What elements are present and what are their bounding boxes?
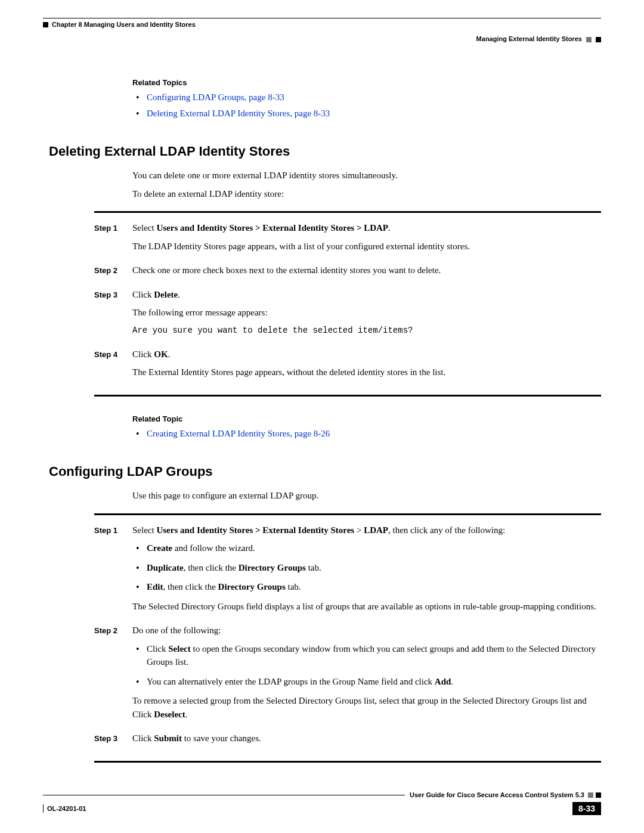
step-body: Select Users and Identity Stores > Exter… bbox=[132, 221, 601, 258]
bullet-item: You can alternatively enter the LDAP gro… bbox=[147, 675, 601, 689]
step-row: Step 1 Select Users and Identity Stores … bbox=[94, 524, 601, 618]
steps-section-1: Step 1Select Users and Identity Stores >… bbox=[94, 211, 601, 397]
step-text: Check one or more check boxes next to th… bbox=[132, 264, 601, 277]
steps-rule-top bbox=[94, 513, 601, 515]
step-text: Click OK. bbox=[132, 348, 601, 361]
step-row: Step 3 Click Submit to save your changes… bbox=[94, 732, 601, 750]
section-2-intro: Use this page to configure an external L… bbox=[132, 489, 601, 503]
para: You can delete one or more external LDAP… bbox=[132, 169, 601, 182]
steps-rule-top bbox=[94, 211, 601, 213]
step-text: Click Delete. bbox=[132, 288, 601, 302]
heading-configuring-ldap-groups: Configuring LDAP Groups bbox=[49, 464, 601, 479]
bullet-item: Edit, then click the Directory Groups ta… bbox=[147, 580, 601, 594]
step-body: Click OK.The External Identity Stores pa… bbox=[132, 348, 601, 384]
related-topics-1: Related Topics Configuring LDAP Groups, … bbox=[132, 78, 601, 120]
page-footer: User Guide for Cisco Secure Access Contr… bbox=[43, 791, 601, 815]
running-header: Chapter 8 Managing Users and Identity St… bbox=[43, 21, 601, 28]
guide-title: User Guide for Cisco Secure Access Contr… bbox=[410, 791, 584, 798]
footer-square-mid bbox=[588, 792, 593, 798]
header-rule bbox=[43, 18, 601, 18]
footer-square-dark bbox=[596, 792, 601, 798]
step-text: Click Submit to save your changes. bbox=[132, 732, 601, 745]
bullet-item: Create and follow the wizard. bbox=[147, 541, 601, 555]
related-link-item: Deleting External LDAP Identity Stores, … bbox=[147, 107, 601, 120]
bullet-item: Duplicate, then click the Directory Grou… bbox=[147, 561, 601, 575]
related-topic-heading: Related Topic bbox=[132, 414, 601, 423]
step-text: Select Users and Identity Stores > Exter… bbox=[132, 221, 601, 235]
step-body: Check one or more check boxes next to th… bbox=[132, 264, 601, 282]
step-body: Click Delete.The following error message… bbox=[132, 288, 601, 342]
step-text: Are you sure you want to delete the sele… bbox=[132, 324, 601, 337]
step-row: Step 4Click OK.The External Identity Sto… bbox=[94, 348, 601, 384]
xref-link[interactable]: Configuring LDAP Groups, page 8-33 bbox=[147, 92, 284, 102]
section-header: Managing External Identity Stores bbox=[43, 35, 601, 42]
step-label: Step 3 bbox=[94, 288, 132, 342]
related-link-item: Creating External LDAP Identity Stores, … bbox=[147, 427, 601, 441]
steps-rule-bottom bbox=[94, 395, 601, 397]
xref-link[interactable]: Deleting External LDAP Identity Stores, … bbox=[147, 109, 330, 118]
step-text: To remove a selected group from the Sele… bbox=[132, 694, 601, 721]
step-row: Step 2Check one or more check boxes next… bbox=[94, 264, 601, 282]
section-title: Managing External Identity Stores bbox=[476, 35, 582, 42]
steps-section-2: Step 1 Select Users and Identity Stores … bbox=[94, 513, 601, 763]
section-1-intro: You can delete one or more external LDAP… bbox=[132, 169, 601, 200]
header-square-mid bbox=[586, 37, 592, 42]
chapter-title: Chapter 8 Managing Users and Identity St… bbox=[52, 21, 196, 28]
related-topics-heading: Related Topics bbox=[132, 78, 601, 87]
para: To delete an external LDAP identity stor… bbox=[132, 187, 601, 201]
step-row: Step 3Click Delete.The following error m… bbox=[94, 288, 601, 342]
xref-link[interactable]: Creating External LDAP Identity Stores, … bbox=[147, 429, 330, 438]
step-label: Step 2 bbox=[94, 264, 132, 282]
step-text: Do one of the following: bbox=[132, 624, 601, 637]
header-square-dark bbox=[43, 22, 48, 27]
footer-rule bbox=[43, 804, 44, 813]
step-text: The Selected Directory Groups field disp… bbox=[132, 600, 601, 614]
bullet-item: Click Select to open the Groups secondar… bbox=[147, 642, 601, 669]
step-row: Step 1Select Users and Identity Stores >… bbox=[94, 221, 601, 258]
related-link-item: Configuring LDAP Groups, page 8-33 bbox=[147, 91, 601, 104]
step-text: Select Users and Identity Stores > Exter… bbox=[132, 524, 601, 537]
step-label: Step 2 bbox=[94, 624, 132, 726]
page-number-badge: 8-33 bbox=[572, 802, 601, 815]
steps-rule-bottom bbox=[94, 761, 601, 763]
step-body: Do one of the following: Click Select to… bbox=[132, 624, 601, 726]
step-text: The following error message appears: bbox=[132, 306, 601, 320]
header-square-dark-2 bbox=[596, 37, 601, 42]
step-label: Step 1 bbox=[94, 221, 132, 258]
step-label: Step 3 bbox=[94, 732, 132, 750]
step-body: Select Users and Identity Stores > Exter… bbox=[132, 524, 601, 618]
step-row: Step 2 Do one of the following: Click Se… bbox=[94, 624, 601, 726]
step-label: Step 1 bbox=[94, 524, 132, 618]
step-body: Click Submit to save your changes. bbox=[132, 732, 601, 750]
related-topics-2: Related Topic Creating External LDAP Ide… bbox=[132, 414, 601, 441]
step-text: The External Identity Stores page appear… bbox=[132, 366, 601, 379]
step-label: Step 4 bbox=[94, 348, 132, 384]
step-text: The LDAP Identity Stores page appears, w… bbox=[132, 240, 601, 253]
doc-number: OL-24201-01 bbox=[47, 805, 86, 812]
heading-deleting-ldap: Deleting External LDAP Identity Stores bbox=[49, 144, 601, 159]
para: Use this page to configure an external L… bbox=[132, 489, 601, 503]
